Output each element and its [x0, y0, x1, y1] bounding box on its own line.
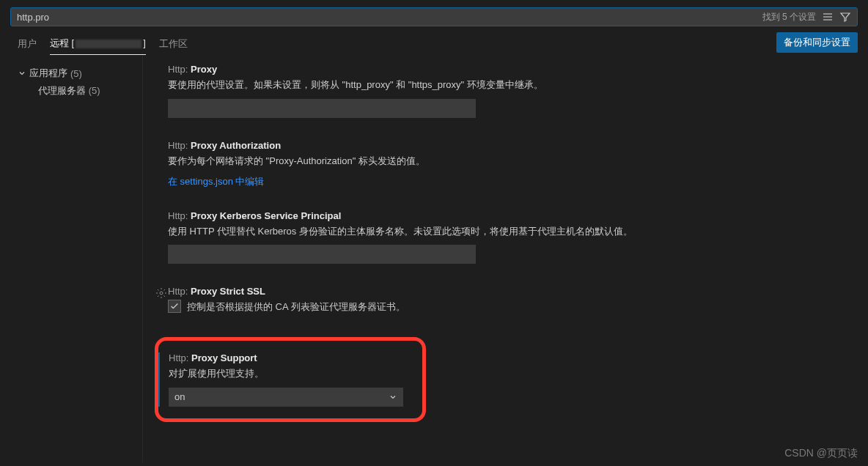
select-value: on: [174, 391, 185, 402]
setting-category: Http:: [169, 352, 188, 363]
tab-workspace[interactable]: 工作区: [159, 37, 188, 55]
check-icon: [169, 301, 180, 311]
filter-icon[interactable]: [839, 11, 851, 23]
settings-search-input[interactable]: [17, 12, 762, 23]
setting-http-proxy-kerberos: Http: Proxy Kerberos Service Principal 使…: [168, 210, 754, 265]
list-icon[interactable]: [822, 11, 834, 23]
proxy-support-select[interactable]: on: [169, 388, 403, 407]
http-proxy-input[interactable]: [168, 99, 476, 118]
svg-point-3: [160, 292, 163, 295]
edit-in-settings-json-link[interactable]: 在 settings.json 中编辑: [168, 176, 265, 187]
setting-name: Proxy Support: [191, 352, 257, 363]
settings-sidebar: 应用程序 (5) 代理服务器 (5): [0, 55, 143, 462]
strict-ssl-checkbox[interactable]: [168, 300, 181, 313]
setting-name: Proxy Kerberos Service Principal: [191, 210, 341, 221]
gear-icon[interactable]: [155, 287, 167, 301]
setting-description: 要作为每个网络请求的 "Proxy-Authorization" 标头发送的值。: [168, 154, 754, 169]
setting-name: Proxy Strict SSL: [191, 286, 265, 297]
http-proxy-kerberos-input[interactable]: [168, 245, 476, 264]
setting-category: Http:: [168, 286, 188, 297]
setting-description: 对扩展使用代理支持。: [169, 366, 413, 382]
sidebar-item-application[interactable]: 应用程序 (5): [18, 65, 142, 81]
tab-user[interactable]: 用户: [18, 37, 37, 55]
setting-description: 要使用的代理设置。如果未设置，则将从 "http_proxy" 和 "https…: [168, 78, 754, 93]
setting-category: Http:: [168, 64, 188, 75]
sidebar-parent-label: 应用程序: [29, 67, 67, 80]
setting-name: Proxy Authorization: [191, 140, 281, 151]
chevron-down-icon: [18, 69, 26, 78]
setting-http-proxy-strict-ssl: Http: Proxy Strict SSL 控制是否根据提供的 CA 列表验证…: [168, 286, 754, 315]
tab-remote-suffix: ]: [143, 37, 146, 48]
search-result-count: 找到 5 个设置: [762, 11, 816, 23]
settings-main: Http: Proxy 要使用的代理设置。如果未设置，则将从 "http_pro…: [143, 55, 868, 462]
setting-category: Http:: [168, 210, 188, 221]
sidebar-item-proxy[interactable]: 代理服务器 (5): [18, 81, 142, 97]
setting-http-proxy-authorization: Http: Proxy Authorization 要作为每个网络请求的 "Pr…: [168, 140, 754, 188]
tab-remote-name-redacted: [76, 40, 141, 48]
highlighted-setting: Http: Proxy Support 对扩展使用代理支持。 on: [155, 337, 426, 422]
setting-http-proxy: Http: Proxy 要使用的代理设置。如果未设置，则将从 "http_pro…: [168, 64, 754, 118]
settings-scope-tabs: 用户 远程 [] 工作区 备份和同步设置: [0, 26, 868, 55]
sidebar-child-count: (5): [89, 85, 100, 96]
setting-description: 使用 HTTP 代理替代 Kerberos 身份验证的主体服务名称。未设置此选项…: [168, 224, 754, 240]
watermark: CSDN @页页读: [784, 447, 858, 460]
sidebar-parent-count: (5): [70, 68, 82, 79]
setting-description: 控制是否根据提供的 CA 列表验证代理服务器证书。: [187, 300, 405, 315]
settings-search-bar: 找到 5 个设置: [10, 7, 858, 26]
setting-name: Proxy: [191, 64, 217, 75]
tab-remote[interactable]: 远程 []: [50, 37, 146, 55]
chevron-down-icon: [389, 393, 397, 402]
setting-category: Http:: [168, 140, 188, 151]
backup-sync-settings-button[interactable]: 备份和同步设置: [776, 32, 858, 53]
tab-remote-prefix: 远程 [: [50, 37, 74, 48]
sidebar-child-label: 代理服务器: [38, 85, 86, 96]
